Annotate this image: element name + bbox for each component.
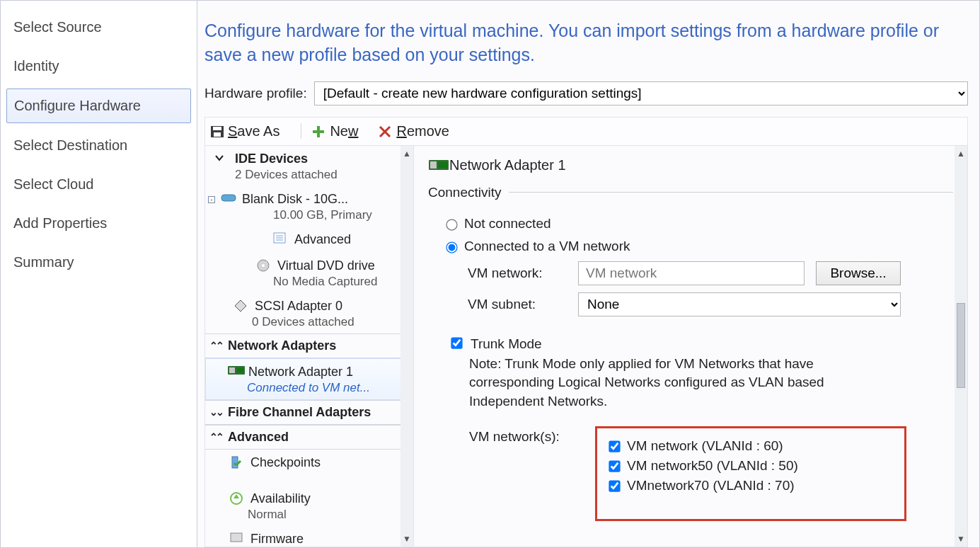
- nav-summary[interactable]: Summary: [1, 243, 197, 282]
- tree-checkpoints[interactable]: Checkpoints: [250, 455, 321, 470]
- scroll-thumb[interactable]: [957, 303, 965, 388]
- nav-select-cloud[interactable]: Select Cloud: [1, 165, 197, 204]
- new-label: New: [330, 123, 358, 139]
- connectivity-legend: Connectivity: [428, 185, 509, 200]
- scroll-up-icon[interactable]: ▲: [957, 146, 965, 161]
- tree-scsi-sub: 0 Devices attached: [205, 315, 409, 329]
- disk-icon: [221, 192, 236, 205]
- square-collapse-icon[interactable]: -: [208, 196, 215, 203]
- hardware-content: IDE Devices 2 Devices attached - Blank D…: [204, 145, 968, 548]
- list-icon: [273, 232, 289, 245]
- save-as-button[interactable]: Save As: [205, 122, 284, 141]
- toolbar-separator: [301, 123, 301, 139]
- chevron-down-icon[interactable]: [214, 152, 229, 165]
- tree-availability[interactable]: Availability: [250, 491, 311, 506]
- vmnetwork-label: VM network:: [468, 266, 567, 281]
- svg-rect-17: [237, 368, 243, 372]
- trunk-mode-checkbox[interactable]: [451, 337, 462, 348]
- vmnetworks-list-highlight: VM network (VLANId : 60) VM network50 (V…: [595, 426, 906, 521]
- svg-rect-4: [313, 130, 324, 133]
- vmsubnet-select[interactable]: None: [578, 292, 901, 316]
- vmsubnet-label: VM subnet:: [468, 297, 567, 312]
- tree-fc-header[interactable]: ⌄⌄ Fibre Channel Adapters: [205, 400, 413, 425]
- remove-label: Remove: [396, 123, 449, 139]
- svg-marker-14: [235, 300, 246, 312]
- tree-dvd-sub: No Media Captured: [205, 275, 409, 289]
- collapse-icon: ⌃⌃: [209, 431, 222, 443]
- wizard-nav: Select Source Identity Configure Hardwar…: [1, 1, 197, 547]
- detail-scrollbar[interactable]: ▲ ▼: [955, 146, 967, 547]
- vmnetwork-input[interactable]: [578, 261, 805, 285]
- vmnetwork-item-0-label: VM network (VLANId : 60): [627, 438, 783, 454]
- tree-advanced-item[interactable]: Advanced: [294, 232, 351, 247]
- tree-na1[interactable]: Network Adapter 1 Connected to VM net...: [205, 358, 413, 400]
- scroll-down-icon[interactable]: ▼: [403, 531, 411, 547]
- radio-not-connected[interactable]: [446, 219, 457, 230]
- vmnetworks-label: VM network(s):: [469, 426, 581, 445]
- nic-icon: [227, 365, 243, 377]
- tree-availability-sub: Normal: [205, 508, 409, 522]
- tree-blank-disk-sub: 10.00 GB, Primary: [205, 208, 409, 222]
- hardware-toolbar: Save As New Remove: [204, 117, 968, 145]
- vmnetwork-checkbox-2[interactable]: [609, 480, 620, 491]
- vmnetwork-item-2[interactable]: VMnetwork70 (VLANId : 70): [607, 478, 890, 493]
- save-icon: [209, 125, 225, 137]
- browse-button[interactable]: Browse...: [816, 261, 901, 285]
- save-as-label: Save As: [228, 123, 279, 139]
- wizard-window: Select Source Identity Configure Hardwar…: [0, 0, 980, 548]
- nic-icon: [428, 159, 444, 171]
- vmnetwork-checkbox-1[interactable]: [609, 460, 620, 472]
- tree-network-adapters-header[interactable]: ⌃⌃ Network Adapters: [205, 333, 413, 358]
- detail-title-text: Network Adapter 1: [449, 157, 566, 173]
- svg-rect-1: [213, 127, 221, 130]
- nav-configure-hardware[interactable]: Configure Hardware: [6, 89, 191, 123]
- radio-connected-label: Connected to a VM network: [464, 239, 630, 254]
- tree-na1-label: Network Adapter 1: [248, 365, 353, 379]
- config-hardware-panel: Configure hardware for the virtual machi…: [197, 1, 979, 547]
- tree-na1-sub: Connected to VM net...: [206, 381, 408, 395]
- nav-select-source[interactable]: Select Source: [1, 8, 197, 47]
- radio-connected[interactable]: [446, 241, 457, 253]
- remove-x-icon: [378, 125, 393, 137]
- vmnetwork-item-2-label: VMnetwork70 (VLANId : 70): [627, 478, 795, 493]
- nav-add-properties[interactable]: Add Properties: [1, 204, 197, 243]
- svg-point-13: [262, 264, 265, 267]
- scroll-up-icon[interactable]: ▲: [403, 146, 411, 161]
- tree-dvd[interactable]: Virtual DVD drive: [277, 258, 375, 273]
- svg-rect-23: [430, 161, 437, 169]
- trunk-mode-note: Note: Trunk Mode only applied for VM Net…: [469, 355, 894, 411]
- tree-scsi[interactable]: SCSI Adapter 0: [255, 299, 342, 314]
- scsi-icon: [234, 299, 249, 312]
- hardware-tree[interactable]: IDE Devices 2 Devices attached - Blank D…: [205, 146, 413, 547]
- svg-rect-21: [231, 533, 242, 542]
- collapse-icon: ⌃⌃: [209, 340, 222, 351]
- tree-blank-disk[interactable]: Blank Disk - 10G...: [242, 192, 348, 207]
- tree-scrollbar[interactable]: ▲ ▼: [400, 146, 413, 547]
- remove-button[interactable]: Remove: [374, 122, 453, 141]
- page-intro: Configure hardware for the virtual machi…: [204, 19, 968, 67]
- hw-profile-label: Hardware profile:: [204, 86, 307, 101]
- tree-ide-label: IDE Devices: [235, 152, 308, 166]
- vmnetwork-item-0[interactable]: VM network (VLANId : 60): [607, 438, 890, 454]
- firmware-icon: [229, 532, 245, 544]
- tree-firmware[interactable]: Firmware: [250, 532, 304, 547]
- detail-pane: Network Adapter 1 Connectivity Not conne…: [414, 146, 967, 547]
- tree-ide-sub: 2 Devices attached: [211, 168, 409, 182]
- radio-not-connected-label: Not connected: [464, 216, 551, 232]
- collapse-icon: ⌄⌄: [209, 406, 222, 418]
- vmnetwork-checkbox-0[interactable]: [609, 440, 620, 452]
- svg-rect-24: [439, 162, 447, 168]
- hw-profile-select[interactable]: [Default - create new hardware configura…: [314, 81, 968, 105]
- availability-icon: [229, 491, 245, 504]
- scroll-down-icon[interactable]: ▼: [957, 531, 965, 547]
- connectivity-group: Connectivity Not connected Connected to …: [428, 185, 953, 324]
- nav-identity[interactable]: Identity: [1, 47, 197, 86]
- tree-advanced-header[interactable]: ⌃⌃ Advanced: [205, 425, 413, 450]
- vmnetwork-item-1[interactable]: VM network50 (VLANId : 50): [607, 458, 890, 474]
- plus-icon: [311, 125, 327, 137]
- new-button[interactable]: New: [307, 122, 362, 141]
- svg-rect-2: [214, 132, 221, 137]
- checkpoint-icon: [229, 455, 245, 468]
- nav-select-destination[interactable]: Select Destination: [1, 126, 197, 165]
- dvd-icon: [256, 258, 272, 271]
